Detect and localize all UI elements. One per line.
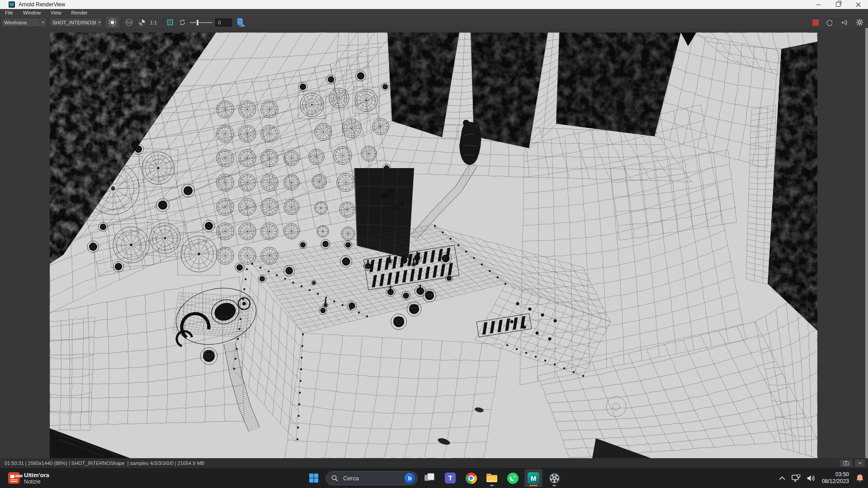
render-target-dropdown[interactable]: SHOT_INTERNOShape ▼: [49, 18, 103, 27]
render-region-icon: [108, 18, 117, 27]
gear-icon: [856, 19, 863, 26]
svg-text:LOG: LOG: [240, 24, 245, 27]
file-explorer-icon: [486, 473, 498, 483]
clock[interactable]: 03:50 08/12/2023: [822, 471, 849, 485]
menu-file[interactable]: File: [0, 10, 18, 15]
speaker-waves-icon: [840, 19, 849, 26]
slider-handle[interactable]: [197, 20, 198, 25]
log-button[interactable]: LOG: [236, 18, 245, 27]
taskbar-app-chrome[interactable]: [462, 469, 480, 487]
windows-logo-icon: [308, 473, 319, 483]
film-reel-icon: [549, 473, 560, 484]
menu-window[interactable]: Window: [18, 10, 46, 15]
toolbar: Wireframe ▼ SHOT_INTERNOShape ▼ RGB 1:1: [0, 16, 868, 28]
minimize-button[interactable]: [808, 0, 828, 9]
menu-render[interactable]: Render: [66, 10, 93, 15]
notification-sound-button[interactable]: [840, 18, 849, 27]
settings-button[interactable]: [856, 18, 863, 27]
notification-bell-icon[interactable]: [855, 474, 864, 483]
abort-render-button[interactable]: [812, 18, 819, 27]
tray-date: 08/12/2023: [822, 478, 849, 485]
restart-circle-icon: [826, 19, 833, 26]
maximize-restore-button[interactable]: [828, 0, 848, 9]
tray-time: 03:50: [822, 471, 849, 478]
running-indicator: [490, 485, 494, 486]
render-target-value: SHOT_INTERNOShape: [50, 20, 96, 25]
chevron-down-icon: ▼: [96, 18, 102, 27]
aov-display-button[interactable]: [138, 18, 146, 27]
window-title: Arnold RenderView: [19, 1, 65, 8]
wireframe-render: [50, 33, 817, 458]
rgb-channels-icon: RGB: [125, 19, 133, 26]
toolbar-separator: [122, 19, 122, 26]
network-display-icon[interactable]: [792, 474, 801, 482]
tray-chevron-up-icon[interactable]: [779, 476, 785, 480]
svg-text:RGB: RGB: [127, 21, 132, 24]
render-viewport[interactable]: [0, 28, 868, 458]
slider-track: [190, 22, 196, 23]
title-bar: M Arnold RenderView: [0, 0, 868, 9]
expand-status-button[interactable]: [854, 459, 865, 467]
close-icon: [856, 2, 861, 7]
taskbar-search[interactable]: b: [326, 471, 418, 485]
chevron-down-icon: ▼: [39, 18, 47, 27]
rgb-channel-button[interactable]: RGB: [125, 18, 133, 27]
task-view-button[interactable]: [420, 469, 439, 487]
running-indicator: [552, 485, 556, 486]
taskbar-app-whatsapp[interactable]: [504, 469, 522, 487]
crop-region-button[interactable]: [166, 18, 174, 27]
chrome-icon: [466, 473, 477, 484]
restore-icon: [836, 2, 840, 7]
news-icon: [8, 472, 20, 484]
restart-render-button[interactable]: [826, 18, 833, 27]
slider-track: [199, 22, 212, 23]
taskbar: Ultim'ora Notizie b T: [0, 468, 868, 488]
crop-region-icon: [166, 19, 174, 26]
render-stats-text: 01:50:31 | 2560x1440 (88%) | SHOT_INTERN…: [5, 460, 204, 466]
widget-source: Notizie: [24, 479, 49, 485]
close-button[interactable]: [848, 0, 868, 9]
start-button[interactable]: [305, 469, 323, 487]
debug-value-field[interactable]: 0: [215, 19, 232, 27]
menu-view[interactable]: View: [46, 10, 66, 15]
toolbar-separator: [163, 19, 163, 26]
refresh-icon: [179, 19, 186, 26]
search-icon: [331, 475, 338, 482]
camera-icon: [843, 461, 849, 465]
maya-icon: M: [528, 472, 539, 484]
teams-icon: T: [445, 473, 456, 483]
taskbar-app-media-player[interactable]: [545, 469, 563, 487]
render-image[interactable]: [50, 33, 817, 458]
widgets-button[interactable]: Ultim'ora Notizie: [5, 469, 53, 487]
debug-slider[interactable]: [190, 20, 212, 25]
minimize-icon: [816, 5, 821, 5]
taskbar-app-maya[interactable]: M: [524, 469, 542, 487]
display-mode-dropdown[interactable]: Wireframe ▼: [1, 18, 47, 27]
widget-headline: Ultim'ora: [24, 472, 49, 479]
whatsapp-icon: [507, 473, 519, 484]
bing-icon[interactable]: b: [405, 473, 415, 483]
maya-app-icon: M: [9, 1, 15, 8]
search-input[interactable]: [342, 474, 398, 482]
pie-wedge-icon: [138, 19, 146, 26]
volume-icon[interactable]: [807, 475, 816, 482]
render-status-bar: 01:50:31 | 2560x1440 (88%) | SHOT_INTERN…: [0, 458, 868, 468]
taskbar-app-teams[interactable]: T: [441, 469, 459, 487]
viewport-scrollbar[interactable]: [865, 28, 868, 458]
log-file-icon: LOG: [236, 18, 245, 27]
display-mode-value: Wireframe: [1, 20, 30, 25]
zoom-ratio-label[interactable]: 1:1: [150, 20, 157, 25]
active-indicator: [529, 485, 538, 486]
stop-icon: [812, 19, 819, 26]
start-render-button[interactable]: [106, 17, 118, 28]
chevron-down-icon: [858, 462, 862, 465]
snapshot-button[interactable]: [839, 459, 853, 467]
task-view-icon: [425, 473, 434, 483]
taskbar-app-file-explorer[interactable]: [483, 469, 501, 487]
refresh-render-button[interactable]: [179, 18, 186, 27]
menu-bar: File Window View Render: [0, 9, 868, 16]
